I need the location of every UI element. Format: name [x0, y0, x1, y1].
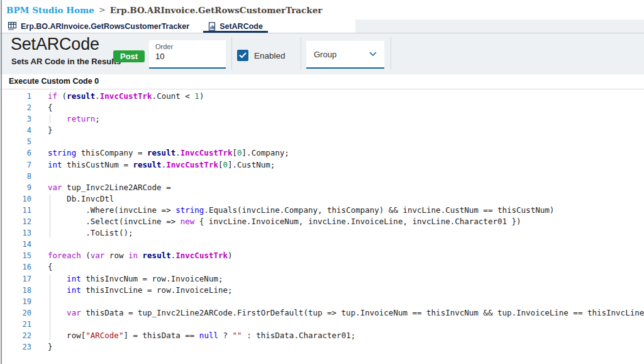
line-number: 4	[0, 125, 31, 136]
breadcrumb-home-link[interactable]: BPM Studio Home	[6, 5, 94, 15]
document-chart-icon	[208, 22, 216, 31]
code-line: 17 int thisInvcNum = row.InvoiceNum;	[0, 273, 644, 285]
code-line: 2{	[0, 102, 644, 113]
code-line: 10 Db.InvcDtl	[0, 193, 644, 205]
line-number: 8	[0, 171, 31, 182]
code-line: 3 return;	[0, 113, 644, 125]
code-line: 4}	[0, 125, 644, 136]
code-line: 13 .ToList();	[0, 227, 644, 239]
tab-setarcode[interactable]: SetARCode	[203, 20, 268, 33]
line-number: 2	[0, 102, 31, 113]
page-left-border	[1, 0, 2, 364]
line-number: 18	[0, 285, 31, 296]
checkmark-icon	[239, 52, 247, 59]
line-number: 9	[0, 182, 31, 193]
breadcrumb: BPM Studio Home > Erp.BO.ARInvoice.GetRo…	[0, 0, 644, 20]
line-number: 22	[0, 330, 31, 341]
code-editor[interactable]: 1if (result.InvcCustTrk.Count < 1)2{3 re…	[0, 89, 644, 364]
tab-label: SetARCode	[219, 22, 263, 31]
line-number: 1	[0, 91, 31, 102]
group-select-value: Group	[314, 50, 336, 59]
line-number: 19	[0, 296, 31, 307]
line-number: 16	[0, 261, 31, 273]
page-title: SetARCode	[11, 35, 99, 54]
line-number: 3	[0, 113, 31, 125]
code-lines: 1if (result.InvcCustTrk.Count < 1)2{3 re…	[0, 91, 644, 353]
code-line: 14	[0, 239, 644, 250]
line-number: 20	[0, 307, 31, 319]
enabled-label: Enabled	[254, 51, 286, 60]
code-line: 21	[0, 319, 644, 330]
line-number: 23	[0, 341, 31, 353]
code-line: 18 int thisInvcLine = row.InvoiceLine;	[0, 285, 644, 296]
chevron-down-icon	[369, 52, 377, 57]
code-line: 20 var thisData = tup_Invc2Line2ARCode.F…	[0, 307, 644, 319]
post-status-badge: Post	[113, 50, 145, 62]
breadcrumb-current: Erp.BO.ARInvoice.GetRowsCustomerTracker	[110, 5, 323, 15]
code-line: 6string thisCompany = result.InvcCustTrk…	[0, 147, 644, 159]
code-line: 15foreach (var row in result.InvcCustTrk…	[0, 250, 644, 261]
order-input[interactable]	[155, 50, 218, 61]
code-line: 12 .Select(invcLine => new { invcLine.In…	[0, 216, 644, 227]
indent-guide	[50, 115, 50, 123]
line-number: 5	[0, 136, 31, 147]
code-line: 11 .Where(invcLine => string.Equals(invc…	[0, 205, 644, 216]
code-line: 7int thisCustNum = result.InvcCustTrk[0]…	[0, 159, 644, 171]
code-line: 23}	[0, 341, 644, 353]
enabled-checkbox[interactable]	[237, 50, 248, 61]
code-line: 1if (result.InvcCustTrk.Count < 1)	[0, 91, 644, 102]
code-line: 16{	[0, 261, 644, 273]
group-select[interactable]: Group	[306, 41, 384, 69]
breadcrumb-separator: >	[99, 5, 106, 14]
line-number: 11	[0, 205, 31, 216]
tab-getrowscustomertracker[interactable]: Erp.BO.ARInvoice.GetRowsCustomerTracker	[3, 20, 194, 33]
line-number: 14	[0, 239, 31, 250]
line-number: 12	[0, 216, 31, 227]
table-grid-icon	[8, 21, 17, 31]
code-line: 8	[0, 171, 644, 182]
line-number: 6	[0, 147, 31, 159]
editor-title: Execute Custom Code 0	[0, 74, 644, 89]
page-subtitle: Sets AR Code in the Results	[11, 57, 121, 66]
line-number: 15	[0, 250, 31, 261]
tab-label: Erp.BO.ARInvoice.GetRowsCustomerTracker	[21, 22, 189, 31]
indent-guide	[50, 275, 50, 341]
code-line: 19	[0, 296, 644, 307]
code-line: 9var tup_Invc2Line2ARCode =	[0, 182, 644, 193]
callpoint-header: SetARCode Sets AR Code in the Results Po…	[0, 33, 644, 74]
order-field[interactable]: Order	[149, 40, 226, 69]
order-field-label: Order	[155, 43, 226, 50]
header-divider	[391, 37, 391, 70]
code-editor-panel: Execute Custom Code 0 1if (result.InvcCu…	[0, 74, 644, 364]
line-number: 7	[0, 159, 31, 171]
code-line: 22 row["ARCode"] = thisData == null ? ""…	[0, 330, 644, 341]
line-number: 13	[0, 227, 31, 239]
header-divider	[231, 37, 232, 70]
line-number: 10	[0, 193, 31, 205]
line-number: 17	[0, 273, 31, 285]
tab-bar: Erp.BO.ARInvoice.GetRowsCustomerTracker …	[0, 20, 644, 33]
line-number: 21	[0, 319, 31, 330]
indent-guide	[50, 195, 50, 237]
header-divider	[301, 37, 301, 70]
code-line: 5	[0, 136, 644, 147]
